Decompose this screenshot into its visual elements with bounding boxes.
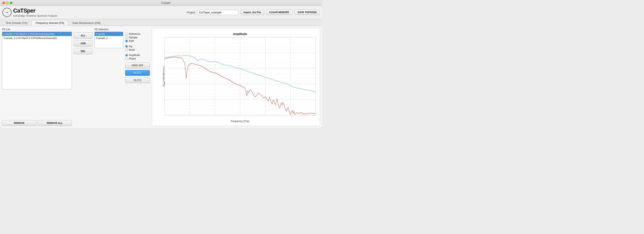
fd-list-section: FD List 1:sample ((-10-20ps/0.2-2.8THz/B… bbox=[2, 28, 72, 119]
tab-data-manipulation[interactable]: Data Manipulation (DM) bbox=[68, 20, 104, 26]
project-input[interactable] bbox=[197, 10, 238, 15]
logo-name: CaTSper bbox=[13, 8, 35, 14]
bottom-buttons: REMOVE REMOVE ALL bbox=[2, 120, 72, 126]
minimize-button[interactable] bbox=[6, 2, 8, 4]
tab-time-domain[interactable]: Time Domain (TD) bbox=[2, 20, 31, 26]
x-axis-label: Frequency (THz) bbox=[231, 120, 249, 123]
reference-radio[interactable]: Reference bbox=[125, 33, 150, 35]
phase-radio[interactable]: Phase bbox=[125, 57, 150, 60]
fd-selection-panel: FD Selection 1:sample 2:sample_1 bbox=[94, 28, 123, 126]
main-window: Catsper THz CaTSper Cambridge Terahertz … bbox=[0, 0, 322, 128]
fd-selection-label: FD Selection bbox=[94, 28, 123, 31]
chart-title: Amplitude bbox=[164, 32, 316, 36]
list-item[interactable]: 2:sample_1 bbox=[95, 36, 123, 40]
logo-circle: THz bbox=[2, 8, 12, 17]
logo-thz: THz bbox=[6, 12, 8, 13]
log-radio[interactable]: log bbox=[125, 45, 150, 48]
maximize-button[interactable] bbox=[10, 2, 12, 4]
both-radio[interactable]: Both bbox=[125, 40, 150, 42]
list-item[interactable]: 1:sample bbox=[95, 32, 123, 36]
remove-all-button[interactable]: REMOVE ALL bbox=[38, 120, 72, 126]
add-button[interactable]: ADD bbox=[74, 40, 92, 47]
logo-area: THz CaTSper Cambridge Terahertz Spectrum… bbox=[2, 8, 58, 17]
import-thz-button[interactable]: Import .thz File bbox=[240, 10, 264, 15]
plot2-button[interactable]: PLOT2 bbox=[125, 77, 150, 83]
close-button[interactable] bbox=[2, 2, 5, 4]
scale-radio-group: log linear bbox=[125, 45, 150, 51]
save-td-fd-dm-button[interactable]: SAVE TD/FD/DM bbox=[294, 10, 320, 15]
chart-svg: 10⁰ 10⁻¹ 10⁻² 10⁻³ 10⁻⁴ 10⁻⁵ 0 0.5 1 1.5… bbox=[164, 37, 316, 115]
fd-list-box: 1:sample ((-10-20ps/0.2-2.8THz/Boxcar/2u… bbox=[2, 32, 72, 89]
middle-panel: ALL ADD DEL bbox=[74, 28, 92, 126]
fd-selection-list: 1:sample 2:sample_1 bbox=[94, 32, 123, 48]
main-content: FD List 1:sample ((-10-20ps/0.2-2.8THz/B… bbox=[0, 26, 322, 128]
plot1-button[interactable]: PLOT1 bbox=[125, 70, 150, 76]
fd-list-label: FD List bbox=[2, 28, 72, 31]
chart-area: Amplitude Efield Intensity (a.u.) Freque… bbox=[152, 28, 320, 126]
amplitude-radio[interactable]: Amplitude bbox=[125, 54, 150, 57]
project-label: Project bbox=[187, 11, 195, 14]
y-axis-label: Efield Intensity (a.u.) bbox=[162, 66, 165, 86]
controls-panel: Reference Sample Both log linear bbox=[125, 28, 150, 126]
linear-radio[interactable]: linear bbox=[125, 48, 150, 51]
chart-inner: Efield Intensity (a.u.) Frequency (THz) bbox=[164, 37, 316, 115]
header-right: Project Import .thz File CLEAR MEMORY SA… bbox=[187, 10, 320, 15]
logo-name-area: CaTSper Cambridge Terahertz Spectrum Ana… bbox=[13, 8, 58, 17]
window-title: Catsper bbox=[12, 1, 320, 4]
fd-list-panel: FD List 1:sample ((-10-20ps/0.2-2.8THz/B… bbox=[2, 28, 72, 126]
plottype-radio-group: Amplitude Phase bbox=[125, 54, 150, 60]
titlebar: Catsper bbox=[0, 0, 322, 6]
tab-frequency-domain[interactable]: Frequency Domain (FD) bbox=[32, 20, 68, 26]
list-item[interactable]: 2:sample_1 ((-10-20ps/0.2-2.8THz/Boxcar/… bbox=[2, 36, 72, 40]
clear-memory-button[interactable]: CLEAR MEMORY bbox=[266, 10, 292, 15]
header-bar: THz CaTSper Cambridge Terahertz Spectrum… bbox=[0, 6, 322, 19]
display-radio-group: Reference Sample Both bbox=[125, 33, 150, 42]
traffic-lights bbox=[2, 2, 12, 4]
remove-button[interactable]: REMOVE bbox=[2, 120, 36, 126]
tabs-bar: Time Domain (TD) Frequency Domain (FD) D… bbox=[0, 19, 322, 26]
del-button[interactable]: DEL bbox=[74, 48, 92, 54]
grid-off-button[interactable]: GRID OFF bbox=[125, 63, 150, 68]
all-button[interactable]: ALL bbox=[74, 33, 92, 39]
logo-subtitle: Cambridge Terahertz Spectrum Analyser bbox=[13, 15, 58, 17]
sample-radio[interactable]: Sample bbox=[125, 36, 150, 39]
list-item[interactable]: 1:sample ((-10-20ps/0.2-2.8THz/Boxcar/2u… bbox=[2, 32, 72, 36]
